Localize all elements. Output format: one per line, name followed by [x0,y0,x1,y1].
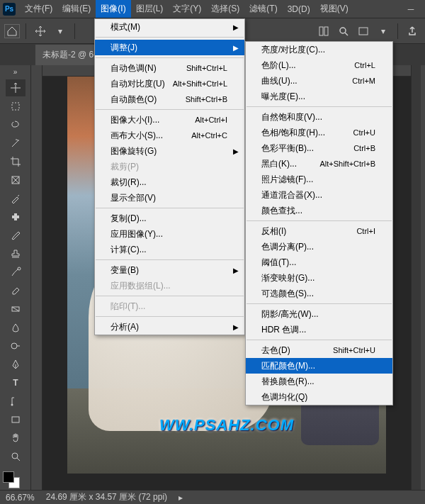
menu-item[interactable]: 颜色查找... [246,203,392,218]
menu-item[interactable]: 裁切(R)... [95,174,244,190]
brush-tool[interactable] [6,227,26,244]
eyedropper-tool[interactable] [6,190,26,207]
menu-item[interactable]: 替换颜色(R)... [246,374,392,389]
menu-item[interactable]: 自然饱和度(V)... [246,109,392,125]
home-button[interactable] [4,24,20,38]
expand-tools-icon[interactable]: » [8,68,23,75]
frame-tool[interactable] [6,172,26,189]
menu-item-label: 计算(C)... [110,244,147,256]
ruler-vertical[interactable] [31,65,42,490]
menu-item[interactable]: 阴影/高光(W)... [246,306,392,322]
menu-item[interactable]: 图像大小(I)...Alt+Ctrl+I [95,112,244,128]
dodge-tool[interactable] [6,337,26,354]
menu-item[interactable]: 调整(J)▶ [95,40,244,55]
color-swatch[interactable] [3,471,20,488]
menu-item[interactable]: 色调均化(Q) [246,389,392,405]
share-icon[interactable] [404,23,421,40]
foreground-color[interactable] [3,471,14,483]
shortcut: Ctrl+U [353,128,375,137]
menu-item[interactable]: 应用图像(Y)... [95,226,244,242]
menu-item[interactable]: 自动色调(N)Shift+Ctrl+L [95,60,244,76]
type-tool[interactable]: T [6,374,26,391]
menu-item[interactable]: 照片滤镜(F)... [246,172,392,187]
menu-3D[interactable]: 3D(D) [283,1,315,17]
adjustments-submenu: 亮度/对比度(C)...色阶(L)...Ctrl+L曲线(U)...Ctrl+M… [245,41,393,405]
move-tool-indicator[interactable] [32,23,49,40]
menu-item[interactable]: 色调分离(P)... [246,239,392,254]
menu-item[interactable]: 去色(D)Shift+Ctrl+U [246,342,392,358]
menu-item[interactable]: 渐变映射(G)... [246,270,392,286]
menu-视图[interactable]: 视图(V) [315,0,353,18]
menu-滤镜[interactable]: 滤镜(T) [244,0,282,18]
hand-tool[interactable] [6,430,26,447]
magic-wand-tool[interactable] [6,135,26,152]
menu-文件[interactable]: 文件(F) [20,0,57,18]
panel-dock[interactable] [421,65,425,490]
menu-编辑[interactable]: 编辑(E) [57,0,96,18]
move-tool[interactable] [6,79,26,96]
menu-item[interactable]: 自动颜色(O)Shift+Ctrl+B [95,91,244,107]
menu-item: 陷印(T)... [95,298,244,314]
menu-item-label: 色调分离(P)... [261,241,314,253]
svg-text:T: T [13,378,18,388]
menu-item[interactable]: 色阶(L)...Ctrl+L [246,57,392,73]
menu-item[interactable]: 匹配颜色(M)... [246,358,392,374]
healing-tool[interactable] [6,208,26,225]
menu-item-label: 调整(J) [110,42,137,54]
search-icon[interactable] [335,23,352,40]
shortcut: Ctrl+B [353,144,375,152]
lasso-tool[interactable] [6,116,26,133]
shape-tool[interactable] [6,411,26,428]
menu-item[interactable]: 画布大小(S)...Alt+Ctrl+C [95,128,244,143]
menu-item[interactable]: 曝光度(E)... [246,89,392,104]
minimize-button[interactable]: ─ [400,1,422,17]
menu-item[interactable]: 色彩平衡(B)...Ctrl+B [246,140,392,156]
menu-item[interactable]: 可选颜色(S)... [246,286,392,301]
gradient-tool[interactable] [6,301,26,318]
menu-item[interactable]: 分析(A)▶ [95,319,244,335]
menu-item[interactable]: 变量(B)▶ [95,262,244,278]
zoom-level[interactable]: 66.67% [6,493,35,503]
dropdown-icon[interactable]: ▾ [52,23,69,40]
crop-tool[interactable] [6,153,26,170]
menu-item[interactable]: 黑白(K)...Alt+Shift+Ctrl+B [246,156,392,172]
workspace-icon[interactable] [355,23,372,40]
menu-item[interactable]: 自动对比度(U)Alt+Shift+Ctrl+L [95,76,244,91]
menu-item[interactable]: 通道混合器(X)... [246,187,392,203]
menu-item[interactable]: HDR 色调... [246,322,392,337]
menu-item[interactable]: 色相/饱和度(H)...Ctrl+U [246,125,392,140]
menu-item-label: 应用数据组(L)... [110,280,171,292]
history-brush-tool[interactable] [6,264,26,281]
chevron-right-icon[interactable]: ▸ [178,493,183,503]
menu-item[interactable]: 模式(M)▶ [95,19,244,35]
svg-rect-1 [324,27,328,35]
scrollbar-vertical[interactable] [411,65,421,490]
submenu-arrow-icon: ▶ [233,147,239,155]
shortcut: Shift+Ctrl+L [186,64,227,72]
menu-item[interactable]: 显示全部(V) [95,190,244,206]
path-tool[interactable] [6,393,26,410]
arrange-icon[interactable] [315,23,332,40]
menu-item[interactable]: 阈值(T)... [246,254,392,270]
blur-tool[interactable] [6,319,26,336]
shortcut: Shift+Ctrl+U [333,346,375,354]
dropdown-icon[interactable]: ▾ [375,23,392,40]
marquee-tool[interactable] [6,98,26,115]
zoom-tool[interactable] [6,448,26,465]
stamp-tool[interactable] [6,245,26,262]
menu-选择[interactable]: 选择(S) [206,0,244,18]
submenu-arrow-icon: ▶ [233,323,239,331]
menu-文字[interactable]: 文字(Y) [168,0,206,18]
menu-item[interactable]: 图像旋转(G)▶ [95,143,244,159]
shortcut: Ctrl+L [354,61,375,69]
menu-图像[interactable]: 图像(I) [96,0,130,18]
menu-item[interactable]: 亮度/对比度(C)... [246,42,392,57]
eraser-tool[interactable] [6,282,26,299]
menu-item[interactable]: 计算(C)... [95,242,244,257]
menu-item[interactable]: 曲线(U)...Ctrl+M [246,73,392,89]
menu-图层[interactable]: 图层(L) [131,0,169,18]
menu-item[interactable]: 反相(I)Ctrl+I [246,223,392,239]
pen-tool[interactable] [6,356,26,373]
menu-item[interactable]: 复制(D)... [95,211,244,226]
menu-item-label: 匹配颜色(M)... [261,360,315,372]
